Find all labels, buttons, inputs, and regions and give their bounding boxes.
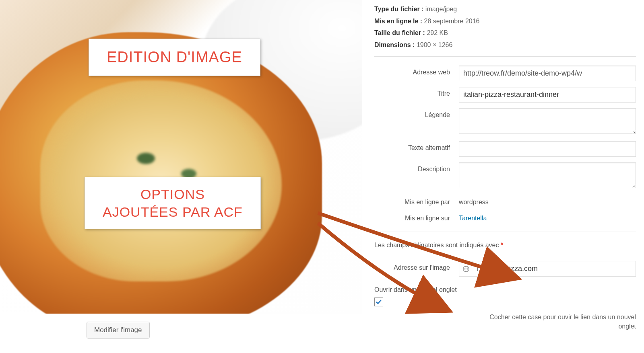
alt-label: Texte alternatif [374, 141, 459, 152]
required-fields-note: Les champs obligatoires sont indiqués av… [374, 242, 636, 249]
annotation-acf-line2: AJOUTÉES PAR ACF [103, 204, 243, 220]
uploaded-by-label: Mis en ligne par [374, 195, 459, 206]
image-preview: EDITION D'IMAGE OPTIONS AJOUTÉES PAR ACF [0, 0, 362, 314]
new-tab-helper: Cocher cette case pour ouvir le lien dan… [483, 313, 636, 331]
alt-input[interactable] [459, 141, 636, 157]
required-asterisk-icon: * [501, 242, 503, 248]
uploaded-to-label: Mis en ligne sur [374, 211, 459, 222]
caption-label: Légende [374, 108, 459, 119]
annotation-acf-label: OPTIONS AJOUTÉES PAR ACF [85, 177, 261, 229]
image-link-input[interactable] [473, 261, 636, 276]
new-tab-checkbox[interactable] [374, 298, 383, 306]
meta-filetype-value: image/jpeg [425, 6, 457, 12]
annotation-acf-line1: OPTIONS [140, 187, 205, 202]
title-label: Titre [374, 87, 459, 97]
title-input[interactable] [459, 87, 636, 103]
attachment-preview-panel: EDITION D'IMAGE OPTIONS AJOUTÉES PAR ACF… [0, 0, 362, 353]
attachment-meta: Type du fichier : image/jpeg Mis en lign… [374, 0, 636, 57]
attachment-details-panel: Type du fichier : image/jpeg Mis en lign… [362, 0, 644, 353]
annotation-edition-label: EDITION D'IMAGE [89, 39, 260, 76]
url-input[interactable] [459, 66, 636, 81]
meta-filesize-label: Taille du fichier : [374, 29, 425, 36]
required-fields-text: Les champs obligatoires sont indiqués av… [374, 242, 499, 248]
uploaded-by-value: wordpress [459, 199, 489, 205]
meta-dimensions-label: Dimensions : [374, 41, 415, 48]
meta-filetype-label: Type du fichier : [374, 6, 423, 12]
annotation-edition-text: EDITION D'IMAGE [107, 49, 242, 66]
edit-image-button[interactable]: Modifier l'image [87, 322, 150, 339]
description-label: Description [374, 162, 459, 173]
globe-icon [459, 261, 473, 276]
meta-uploaded-label: Mis en ligne le : [374, 18, 422, 25]
pizza-herb-decoration [137, 153, 155, 164]
uploaded-to-link[interactable]: Tarentella [459, 215, 487, 222]
new-tab-label: Ouvrir dans un nouvel onglet [374, 286, 636, 293]
acf-separator [374, 232, 636, 232]
url-label: Adresse web [374, 66, 459, 76]
meta-dimensions-value: 1900 × 1266 [417, 41, 452, 48]
meta-filesize-value: 292 KB [427, 29, 448, 36]
image-link-label: Adresse sur l'image [374, 261, 459, 271]
caption-textarea[interactable] [459, 108, 636, 134]
description-textarea[interactable] [459, 162, 636, 188]
meta-uploaded-value: 28 septembre 2016 [424, 18, 480, 25]
